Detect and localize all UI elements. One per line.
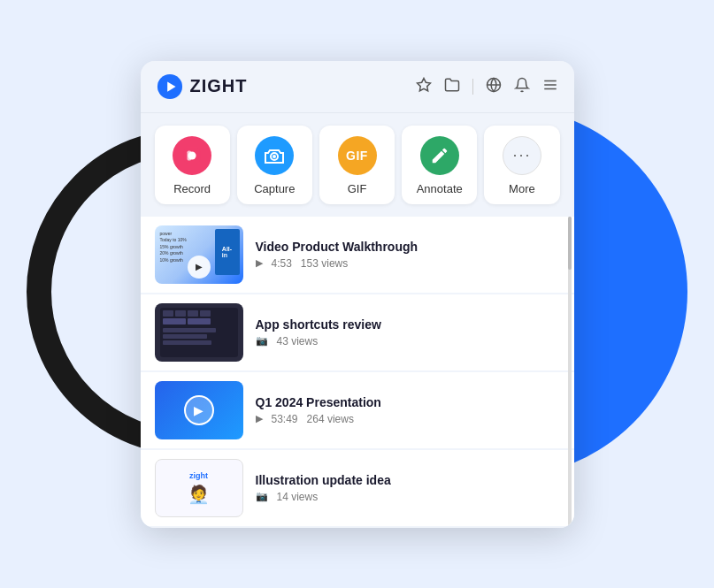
scrollbar-track — [568, 217, 572, 528]
menu-icon[interactable] — [542, 77, 558, 96]
toolbar: Record Capture GIF GIF Annotate ··· More — [141, 113, 574, 217]
annotate-icon — [420, 136, 459, 175]
globe-icon[interactable] — [486, 77, 502, 96]
item-meta-4: 📷 14 views — [256, 491, 560, 503]
thumbnail-1: powerToday to 10%15% growth20% growth10%… — [155, 225, 243, 284]
video-icon-3: ▶ — [256, 413, 263, 424]
scrollbar-thumb[interactable] — [568, 217, 572, 270]
video-icon-1: ▶ — [256, 257, 263, 269]
screenshot-icon-2: 📷 — [256, 335, 268, 347]
item-views-3: 264 views — [307, 413, 354, 425]
item-title-1: Video Product Walkthrough — [256, 240, 560, 254]
bell-icon[interactable] — [514, 77, 530, 96]
item-duration-1: 4:53 — [272, 257, 292, 270]
item-views-1: 153 views — [301, 257, 348, 270]
list-item[interactable]: zight 🧑‍💼 Illustration update idea 📷 14 … — [141, 450, 574, 526]
header-icons — [416, 77, 558, 96]
logo-area: ZIGHT — [157, 73, 416, 100]
annotate-label: Annotate — [417, 182, 463, 195]
thumbnail-2 — [155, 303, 243, 362]
more-icon-item[interactable] — [546, 324, 560, 340]
play-button-1: ▶ — [188, 256, 211, 279]
header-divider — [472, 79, 473, 95]
item-meta-2: 📷 43 views — [256, 335, 488, 347]
item-views-2: 43 views — [277, 335, 319, 347]
list-container: powerToday to 10%15% growth20% growth10%… — [141, 217, 574, 528]
record-button[interactable]: Record — [155, 126, 230, 204]
svg-marker-13 — [524, 325, 535, 336]
folder-icon[interactable] — [444, 77, 460, 96]
capture-button[interactable]: Capture — [237, 126, 312, 204]
gif-icon: GIF — [338, 136, 377, 175]
item-content-2: App shortcuts review 📷 43 views — [256, 317, 488, 347]
gif-button[interactable]: GIF GIF — [319, 126, 395, 204]
svg-point-15 — [552, 330, 553, 331]
thumbnail-3: ▶ — [155, 381, 243, 439]
item-views-4: 14 views — [277, 491, 319, 503]
svg-point-16 — [552, 334, 553, 335]
logo-icon — [157, 73, 183, 100]
item-meta-3: ▶ 53:49 264 views — [256, 413, 560, 425]
item-title-2: App shortcuts review — [256, 317, 488, 332]
list-item[interactable]: ▶ Q1 2024 Presentation ▶ 53:49 264 views — [141, 372, 574, 448]
star-icon-item[interactable] — [523, 324, 537, 340]
gif-label: GIF — [348, 182, 367, 195]
list-item[interactable]: powerToday to 10%15% growth20% growth10%… — [141, 217, 574, 293]
item-duration-3: 53:49 — [272, 413, 298, 425]
logo-text: ZIGHT — [190, 76, 248, 96]
star-icon[interactable] — [416, 77, 432, 96]
link-icon[interactable] — [500, 324, 514, 340]
list-item[interactable]: App shortcuts review 📷 43 views — [141, 294, 574, 370]
svg-marker-2 — [417, 78, 430, 90]
record-icon — [173, 136, 211, 175]
thumbnail-4: zight 🧑‍💼 — [155, 459, 243, 517]
more-label: More — [509, 182, 535, 195]
svg-point-12 — [273, 155, 276, 158]
app-header: ZIGHT — [141, 61, 574, 113]
capture-icon — [255, 136, 294, 175]
annotate-button[interactable]: Annotate — [402, 126, 477, 204]
item-content-3: Q1 2024 Presentation ▶ 53:49 264 views — [256, 395, 560, 425]
item-title-3: Q1 2024 Presentation — [256, 395, 560, 409]
screenshot-icon-4: 📷 — [256, 491, 268, 502]
more-button[interactable]: ··· More — [484, 126, 559, 204]
app-window: ZIGHT Record — [141, 61, 574, 528]
item-meta-1: ▶ 4:53 153 views — [256, 257, 560, 270]
more-icon: ··· — [503, 136, 541, 175]
record-label: Record — [173, 182, 211, 195]
item-content-4: Illustration update idea 📷 14 views — [256, 473, 560, 503]
item-content-1: Video Product Walkthrough ▶ 4:53 153 vie… — [256, 240, 560, 270]
capture-label: Capture — [254, 182, 295, 195]
item-title-4: Illustration update idea — [256, 473, 560, 487]
svg-point-14 — [552, 326, 553, 327]
svg-rect-10 — [188, 150, 192, 160]
media-list: powerToday to 10%15% growth20% growth10%… — [141, 217, 574, 528]
